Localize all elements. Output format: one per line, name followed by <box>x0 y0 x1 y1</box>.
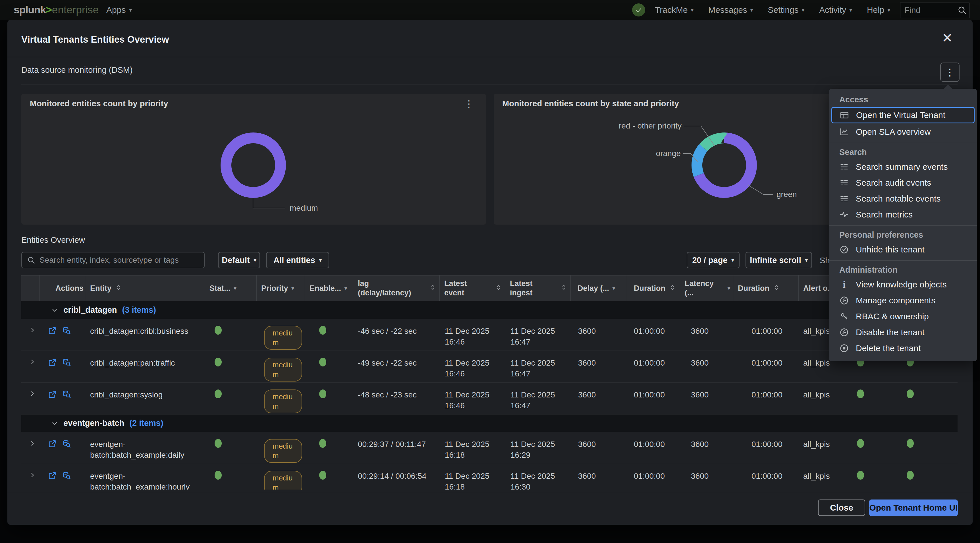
topnav-trackme[interactable]: TrackMe▾ <box>655 0 694 20</box>
menu-item-search-summary-events[interactable]: Search summary events <box>829 159 977 175</box>
group-row-eventgen-batch[interactable]: eventgen-batch(2 items) <box>21 414 958 432</box>
table-row-eventgen-batch-batch-example-daily[interactable]: eventgen-batch:batch_example:dailymedium… <box>21 432 958 464</box>
menu-item-label: View knowledge objects <box>856 280 947 290</box>
cell-actions <box>40 319 86 350</box>
column-header-latency[interactable]: Latency (...▾ <box>680 275 733 301</box>
cell-s1 <box>840 383 889 414</box>
filter-default-dropdown[interactable]: Default ▾ <box>218 252 260 268</box>
table-row-cribl-datagen-syslog[interactable]: cribl_datagen:syslogmedium-48 sec / -23 … <box>21 383 958 414</box>
column-header-levent[interactable]: Latestevent <box>440 275 505 301</box>
column-header-priority[interactable]: Priority▾ <box>257 275 305 301</box>
panel-count-by-priority: Monitored entities count by priority ⋮ m… <box>21 94 486 225</box>
cell-latency: 3600 <box>680 432 733 464</box>
cell-delay: 3600 <box>571 351 627 382</box>
menu-item-disable-the-tenant[interactable]: Disable the tenant <box>829 324 977 340</box>
row-expander-icon[interactable] <box>29 390 36 397</box>
group-row-cribl-datagen[interactable]: cribl_datagen(3 items) <box>21 301 958 319</box>
external-link-icon[interactable] <box>48 439 57 449</box>
cell-duration2: 01:00:00 <box>733 351 799 382</box>
latest-ingest-value: 11 Dec 202516:47 <box>511 358 568 379</box>
search-icon[interactable] <box>957 5 967 15</box>
column-header-lag[interactable]: lag(delay/latency) <box>352 275 440 301</box>
column-header-lingest[interactable]: Latestingest <box>505 275 571 301</box>
topnav-help[interactable]: Help▾ <box>867 0 890 20</box>
menu-item-open-sla-overview[interactable]: Open SLA overview <box>829 124 977 140</box>
open-tenant-home-button[interactable]: Open Tenant Home UI <box>869 500 958 516</box>
duration-value: 01:00:00 <box>634 440 665 449</box>
scroll-mode-dropdown[interactable]: Infinite scroll ▾ <box>746 252 812 268</box>
table-row-cribl-datagen-pan-traffic[interactable]: cribl_datagen:pan:trafficmedium-49 sec /… <box>21 351 958 383</box>
menu-section-administration: Administration <box>829 263 977 277</box>
menu-item-search-audit-events[interactable]: Search audit events <box>829 175 977 191</box>
topnav-settings[interactable]: Settings▾ <box>768 0 804 20</box>
topnav-activity[interactable]: Activity▾ <box>819 0 852 20</box>
search-events-icon[interactable] <box>62 439 72 449</box>
menu-item-view-knowledge-objects[interactable]: iView knowledge objects <box>829 277 977 293</box>
column-header-entity[interactable]: Entity <box>86 275 205 301</box>
topnav-messages[interactable]: Messages▾ <box>708 0 753 20</box>
column-header-duration2[interactable]: Duration <box>733 275 799 301</box>
search-events-icon[interactable] <box>62 471 72 481</box>
search-events-icon[interactable] <box>62 326 72 336</box>
entity-search-input[interactable] <box>39 255 204 265</box>
cell-delay: 3600 <box>571 383 627 414</box>
check-circle-icon[interactable] <box>632 3 645 16</box>
search-events-icon[interactable] <box>62 390 72 399</box>
alert-value: all_kpis <box>803 358 830 367</box>
column-label: Latency (... <box>685 279 724 298</box>
delay-value: 3600 <box>578 358 596 367</box>
cell-s1 <box>840 432 889 464</box>
column-header-actions: Actions <box>40 275 86 301</box>
menu-item-search-notable-events[interactable]: Search notable events <box>829 191 977 207</box>
apps-menu[interactable]: Apps ▾ <box>106 0 132 20</box>
eye-check-icon <box>839 245 849 255</box>
topbar: splunk>enterprise Apps ▾ TrackMe▾Message… <box>0 0 980 20</box>
menu-item-search-metrics[interactable]: Search metrics <box>829 207 977 223</box>
menu-item-label: Delete the tenant <box>856 344 921 353</box>
row-expander-icon[interactable] <box>29 439 36 447</box>
latest-ingest-value: 11 Dec 202516:47 <box>511 390 568 411</box>
menu-item-unhide-this-tenant[interactable]: Unhide this tenant <box>829 242 977 258</box>
kebab-icon[interactable]: ⋮ <box>465 99 474 109</box>
kebab-menu-button[interactable]: ⋮ <box>940 62 959 82</box>
divider <box>7 57 973 57</box>
modal-title: Virtual Tenants Entities Overview <box>21 34 169 45</box>
cell-state <box>205 351 257 382</box>
close-icon[interactable]: ✕ <box>942 31 953 45</box>
external-link-icon[interactable] <box>48 326 57 336</box>
menu-item-open-the-virtual-tenant[interactable]: Open the Virtual Tenant <box>831 107 975 123</box>
virtual-tenants-modal: Virtual Tenants Entities Overview ✕ Data… <box>7 20 973 525</box>
table-row-eventgen-batch-batch-example-hourly[interactable]: eventgen-batch:batch_example:hourlymediu… <box>21 464 958 490</box>
column-header-delay[interactable]: Delay (...▾ <box>571 275 627 301</box>
priority-badge: medium <box>264 471 302 490</box>
menu-divider <box>829 260 977 261</box>
filter-caret-icon: ▾ <box>234 285 237 291</box>
external-link-icon[interactable] <box>48 471 57 481</box>
column-header-state[interactable]: Stat...▾ <box>205 275 257 301</box>
cell-latency: 3600 <box>680 464 733 490</box>
column-label: Delay (... <box>578 284 609 293</box>
group-name: eventgen-batch <box>64 419 124 428</box>
lag-value: -46 sec / -22 sec <box>358 326 417 336</box>
external-link-icon[interactable] <box>48 358 57 367</box>
row-expander-icon[interactable] <box>29 358 36 366</box>
menu-item-manage-components[interactable]: Manage components <box>829 293 977 309</box>
table-row-cribl-datagen-cribl-business[interactable]: cribl_datagen:cribl:businessmedium-46 se… <box>21 319 958 351</box>
row-expander-icon[interactable] <box>29 326 36 334</box>
find-input[interactable] <box>900 6 954 15</box>
column-header-enabled[interactable]: Enable...▾ <box>305 275 352 301</box>
menu-item-delete-the-tenant[interactable]: Delete the tenant <box>829 340 977 356</box>
close-button[interactable]: Close <box>818 500 865 516</box>
duration-value: 01:00:00 <box>634 358 665 367</box>
row-expander-icon[interactable] <box>29 471 36 479</box>
search-events-icon[interactable] <box>62 358 72 367</box>
find-box[interactable] <box>900 3 969 18</box>
column-header-duration[interactable]: Duration <box>627 275 680 301</box>
menu-item-label: Disable the tenant <box>856 328 924 337</box>
page-size-dropdown[interactable]: 20 / page ▾ <box>687 252 740 268</box>
chevron-down-icon: ▾ <box>888 7 891 13</box>
donut-chart-priority <box>219 131 287 199</box>
filter-scope-dropdown[interactable]: All entities ▾ <box>266 252 329 268</box>
external-link-icon[interactable] <box>48 390 57 399</box>
menu-item-rbac-ownership[interactable]: RBAC & ownership <box>829 309 977 324</box>
